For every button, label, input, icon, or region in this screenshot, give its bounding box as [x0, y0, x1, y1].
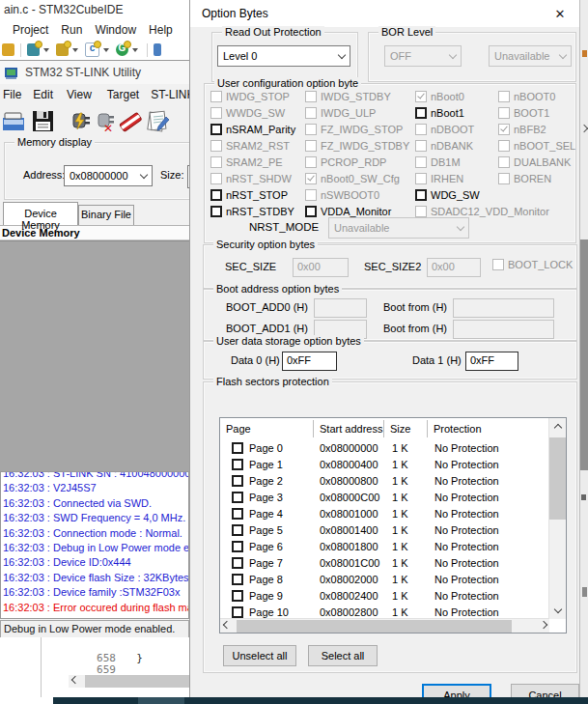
table-row[interactable]: Page 0 0x08000000 1 K No Protection: [220, 439, 549, 456]
table-row[interactable]: Page 5 0x08001400 1 K No Protection: [220, 521, 549, 538]
disconnect-icon[interactable]: ✕: [94, 109, 119, 134]
debug-icon[interactable]: [2, 43, 14, 56]
table-row[interactable]: Page 7 0x08001C00 1 K No Protection: [220, 554, 549, 571]
scrollbar-thumb[interactable]: [549, 437, 566, 520]
page-checkbox[interactable]: [232, 442, 243, 454]
option-checkbox-label: WWDG_SW: [226, 107, 285, 119]
option-checkbox[interactable]: nRST_STDBY: [210, 203, 305, 219]
open-project-icon[interactable]: [27, 43, 40, 56]
g-project-icon[interactable]: G: [116, 43, 128, 56]
checkbox-icon: [498, 124, 510, 135]
code-line: 659: [42, 651, 189, 662]
option-checkbox[interactable]: nBoot1: [415, 104, 498, 121]
taskbar-strip: [53, 697, 588, 704]
program-verify-icon[interactable]: [145, 109, 170, 134]
data1-field[interactable]: 0xFF: [465, 352, 518, 371]
scroll-left-icon[interactable]: [220, 620, 233, 633]
menu-help[interactable]: Help: [149, 23, 173, 37]
table-vertical-scrollbar[interactable]: [548, 418, 566, 619]
scrollbar-thumb[interactable]: [237, 620, 512, 633]
data0-label: Data 0 (H): [231, 354, 280, 366]
scroll-down-icon[interactable]: [551, 605, 564, 617]
data0-field[interactable]: 0xFF: [282, 352, 337, 371]
table-row[interactable]: Page 9 0x08002400 1 K No Protection: [220, 587, 549, 604]
erase-icon[interactable]: [118, 109, 143, 134]
table-row[interactable]: Page 3 0x08000C00 1 K No Protection: [220, 489, 549, 505]
checkbox-icon: [415, 91, 427, 102]
option-checkbox-label: SRAM2_RST: [226, 140, 290, 152]
connect-icon[interactable]: [70, 109, 95, 134]
editor-horizontal-scrollbar[interactable]: [69, 675, 189, 688]
option-checkbox: nBoot0_SW_Cfg: [305, 170, 415, 186]
page-checkbox[interactable]: [232, 606, 243, 618]
page-checkbox[interactable]: [232, 541, 243, 552]
checkbox-icon: [498, 140, 510, 152]
read-out-protection-label: Read Out Protection: [222, 26, 324, 38]
table-row[interactable]: Page 1 0x08000400 1 K No Protection: [220, 456, 549, 472]
cubeide-toolbar: c G: [0, 40, 189, 60]
menu-view[interactable]: View: [67, 88, 92, 101]
option-checkbox-label: nRST_STOP: [226, 189, 288, 201]
option-checkbox-grid: IWDG_STOP IWDG_STDBY nBoot0 nBOOT0: [210, 88, 570, 219]
chevron-down-icon[interactable]: [103, 48, 109, 52]
table-horizontal-scrollbar[interactable]: [220, 618, 549, 633]
tab-binary-file[interactable]: Binary File: [78, 205, 134, 225]
menu-project[interactable]: Project: [13, 23, 48, 37]
tab-device-memory[interactable]: Device Memory: [3, 202, 78, 225]
scroll-left-icon[interactable]: [69, 675, 81, 688]
menu-stlink[interactable]: ST-LINK: [151, 88, 189, 101]
read-out-protection-combo[interactable]: Level 0: [217, 45, 350, 67]
checkbox-icon: [415, 173, 427, 184]
option-checkbox: BOREN: [498, 170, 570, 186]
new-project-icon[interactable]: [56, 43, 69, 56]
option-checkbox-label: nSRAM_Parity: [226, 124, 295, 135]
open-file-icon[interactable]: [2, 109, 27, 134]
checkbox-icon: [210, 156, 222, 168]
close-icon[interactable]: ✕: [541, 0, 579, 27]
log-line: 16:32:03 : Debug in Low Power mode en: [1, 541, 188, 555]
page-checkbox[interactable]: [232, 459, 243, 470]
memory-grid-area: [0, 240, 189, 471]
page-checkbox[interactable]: [232, 524, 243, 536]
svg-text:✕: ✕: [103, 122, 113, 134]
select-all-button[interactable]: Select all: [308, 645, 378, 666]
checkbox-icon: [305, 91, 317, 102]
chevron-down-icon[interactable]: [132, 48, 138, 52]
page-checkbox[interactable]: [232, 557, 243, 569]
menu-file[interactable]: File: [3, 88, 21, 101]
c-file-icon[interactable]: c: [85, 42, 99, 57]
option-checkbox: nSWBOOT0: [305, 186, 415, 203]
option-checkbox-label: WDG_SW: [431, 189, 480, 201]
save-icon[interactable]: [31, 109, 56, 134]
boot-from1-field: [453, 320, 554, 339]
chevron-down-icon[interactable]: [43, 48, 49, 52]
option-checkbox: nDBOOT: [415, 121, 498, 137]
scroll-right-icon[interactable]: [537, 620, 549, 633]
menu-run[interactable]: Run: [61, 23, 82, 37]
page-checkbox[interactable]: [232, 590, 243, 602]
checkbox-icon: [492, 259, 504, 270]
table-row[interactable]: Page 6 0x08001800 1 K No Protection: [220, 538, 549, 554]
option-checkbox[interactable]: nRST_STOP: [210, 186, 305, 203]
option-checkbox[interactable]: WDG_SW: [415, 186, 498, 203]
page-checkbox[interactable]: [232, 574, 243, 585]
menu-window[interactable]: Window: [95, 23, 136, 37]
address-combo[interactable]: 0x08000000: [64, 165, 153, 186]
table-row[interactable]: Page 2 0x08000800 1 K No Protection: [220, 472, 549, 489]
page-checkbox[interactable]: [232, 492, 243, 503]
option-checkbox[interactable]: nSRAM_Parity: [210, 121, 305, 137]
page-checkbox[interactable]: [232, 508, 243, 520]
decoration: [581, 494, 586, 500]
option-checkbox-label: SDADC12_VDD_Monitor: [431, 206, 549, 217]
chevron-down-icon[interactable]: [72, 48, 78, 52]
menu-edit[interactable]: Edit: [33, 88, 53, 101]
unselect-all-button[interactable]: Unselect all: [223, 645, 296, 666]
boot-add0-field: [314, 298, 367, 318]
scrollbar-thumb[interactable]: [85, 675, 189, 688]
table-row[interactable]: Page 8 0x08002000 1 K No Protection: [220, 571, 549, 587]
scroll-up-icon[interactable]: [551, 420, 564, 433]
page-checkbox[interactable]: [232, 475, 243, 487]
menu-target[interactable]: Target: [107, 88, 139, 101]
table-row[interactable]: Page 4 0x08001000 1 K No Protection: [220, 505, 549, 521]
star-icon[interactable]: [154, 43, 161, 56]
